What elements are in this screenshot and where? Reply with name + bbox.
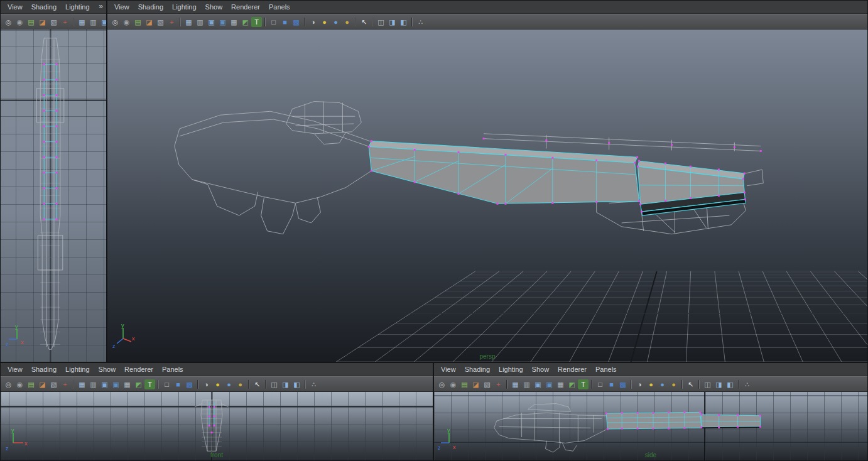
camera-attributes-icon[interactable]: ▤: [459, 379, 470, 389]
camera-lock-icon[interactable]: ◉: [14, 17, 25, 27]
camera-attributes-icon[interactable]: ▤: [26, 17, 36, 27]
share-view-icon[interactable]: ∴: [415, 17, 426, 27]
resolution-gate-icon[interactable]: ▣: [206, 17, 217, 27]
camera-select-icon[interactable]: ◎: [110, 17, 121, 27]
menu-item-lighting[interactable]: Lighting: [168, 2, 201, 12]
safe-title-icon[interactable]: T: [144, 379, 155, 389]
wireframe-cube-icon[interactable]: □: [268, 17, 279, 27]
camera-lock-icon[interactable]: ◉: [121, 17, 132, 27]
menu-overflow-chevron[interactable]: »: [99, 2, 103, 11]
default-light-icon[interactable]: ●: [212, 379, 223, 389]
grid-icon[interactable]: ▦: [77, 379, 87, 389]
camera-select-icon[interactable]: ◎: [437, 379, 447, 389]
menu-item-view[interactable]: View: [3, 2, 27, 12]
grid-icon[interactable]: ▦: [510, 379, 521, 389]
menu-item-panels[interactable]: Panels: [591, 364, 621, 374]
pan-zoom-icon[interactable]: +: [60, 17, 70, 27]
camera-select-icon[interactable]: ◎: [3, 379, 14, 389]
menu-item-renderer[interactable]: Renderer: [120, 364, 158, 374]
wireframe-on-shaded-icon[interactable]: ◧: [398, 17, 409, 27]
isolate-select-icon[interactable]: ◫: [376, 17, 386, 27]
camera-lock-icon[interactable]: ◉: [448, 379, 458, 389]
menu-item-panels[interactable]: Panels: [264, 2, 295, 12]
bookmarks-icon[interactable]: ◪: [37, 17, 48, 27]
gate-mask-icon[interactable]: ▣: [111, 379, 121, 389]
viewport-persp[interactable]: y x z persp: [107, 30, 867, 362]
menu-item-shading[interactable]: Shading: [134, 2, 168, 12]
shaded-cube-icon[interactable]: ■: [279, 17, 290, 27]
safe-action-icon[interactable]: ◩: [567, 379, 577, 389]
camera-lock-icon[interactable]: ◉: [14, 379, 25, 389]
resolution-gate-icon[interactable]: ▣: [99, 379, 110, 389]
menu-item-renderer[interactable]: Renderer: [553, 364, 591, 374]
menu-item-panels[interactable]: Panels: [158, 364, 188, 374]
menu-item-shading[interactable]: Shading: [27, 2, 61, 12]
xray-icon[interactable]: ◨: [280, 379, 291, 389]
wireframe-on-shaded-icon[interactable]: ◧: [291, 379, 302, 389]
field-chart-icon[interactable]: ▦: [122, 379, 133, 389]
gate-mask-icon[interactable]: ▣: [544, 379, 555, 389]
menu-item-show[interactable]: Show: [94, 364, 121, 374]
film-gate-icon[interactable]: ▥: [88, 17, 99, 27]
menu-item-lighting[interactable]: Lighting: [61, 364, 94, 374]
share-view-icon[interactable]: ∴: [308, 379, 319, 389]
film-gate-icon[interactable]: ▥: [521, 379, 532, 389]
image-plane-icon[interactable]: ▧: [48, 17, 59, 27]
textured-cube-icon[interactable]: ▩: [617, 379, 628, 389]
wireframe-on-shaded-icon[interactable]: ◧: [725, 379, 735, 389]
pan-zoom-icon[interactable]: +: [166, 17, 177, 27]
wireframe-cube-icon[interactable]: □: [161, 379, 172, 389]
grid-icon[interactable]: ▦: [183, 17, 194, 27]
isolate-select-icon[interactable]: ◫: [702, 379, 713, 389]
pan-zoom-icon[interactable]: +: [493, 379, 504, 389]
image-plane-icon[interactable]: ▧: [482, 379, 492, 389]
use-default-material-icon[interactable]: ◑: [201, 379, 212, 389]
shadows-icon[interactable]: ●: [235, 379, 246, 389]
use-default-material-icon[interactable]: ◑: [634, 379, 645, 389]
gate-mask-icon[interactable]: ▣: [217, 17, 228, 27]
menu-item-view[interactable]: View: [110, 2, 134, 12]
bookmarks-icon[interactable]: ◪: [144, 17, 155, 27]
safe-title-icon[interactable]: T: [251, 17, 262, 27]
xray-icon[interactable]: ◨: [387, 17, 398, 27]
isolate-select-icon[interactable]: ◫: [269, 379, 279, 389]
highlight-selection-icon[interactable]: ↖: [359, 17, 369, 27]
resolution-gate-icon[interactable]: ▣: [99, 17, 106, 27]
field-chart-icon[interactable]: ▦: [555, 379, 566, 389]
menu-item-lighting[interactable]: Lighting: [61, 2, 94, 12]
shadows-icon[interactable]: ●: [342, 17, 352, 27]
all-lights-icon[interactable]: ●: [657, 379, 668, 389]
shaded-cube-icon[interactable]: ■: [606, 379, 617, 389]
textured-cube-icon[interactable]: ▩: [184, 379, 195, 389]
menu-item-show[interactable]: Show: [528, 364, 554, 374]
camera-attributes-icon[interactable]: ▤: [26, 379, 36, 389]
menu-item-view[interactable]: View: [3, 364, 27, 374]
all-lights-icon[interactable]: ●: [224, 379, 234, 389]
menu-item-shading[interactable]: Shading: [460, 364, 494, 374]
image-plane-icon[interactable]: ▧: [48, 379, 59, 389]
default-light-icon[interactable]: ●: [646, 379, 656, 389]
share-view-icon[interactable]: ∴: [742, 379, 752, 389]
viewport-front[interactable]: y x z front: [1, 392, 433, 460]
default-light-icon[interactable]: ●: [319, 17, 330, 27]
all-lights-icon[interactable]: ●: [330, 17, 341, 27]
use-default-material-icon[interactable]: ◑: [308, 17, 318, 27]
viewport-side-bottom[interactable]: y z x side: [434, 392, 867, 460]
xray-icon[interactable]: ◨: [713, 379, 724, 389]
safe-action-icon[interactable]: ◩: [240, 17, 251, 27]
menu-item-shading[interactable]: Shading: [27, 364, 61, 374]
bookmarks-icon[interactable]: ◪: [37, 379, 48, 389]
bookmarks-icon[interactable]: ◪: [470, 379, 481, 389]
menu-item-lighting[interactable]: Lighting: [494, 364, 528, 374]
grid-icon[interactable]: ▦: [77, 17, 87, 27]
menu-item-view[interactable]: View: [437, 364, 460, 374]
viewport-side-top[interactable]: y z x: [1, 30, 106, 362]
image-plane-icon[interactable]: ▧: [155, 17, 166, 27]
menu-item-renderer[interactable]: Renderer: [227, 2, 264, 12]
film-gate-icon[interactable]: ▥: [195, 17, 205, 27]
textured-cube-icon[interactable]: ▩: [291, 17, 301, 27]
resolution-gate-icon[interactable]: ▣: [533, 379, 543, 389]
shadows-icon[interactable]: ●: [668, 379, 679, 389]
camera-attributes-icon[interactable]: ▤: [133, 17, 143, 27]
film-gate-icon[interactable]: ▥: [88, 379, 99, 389]
